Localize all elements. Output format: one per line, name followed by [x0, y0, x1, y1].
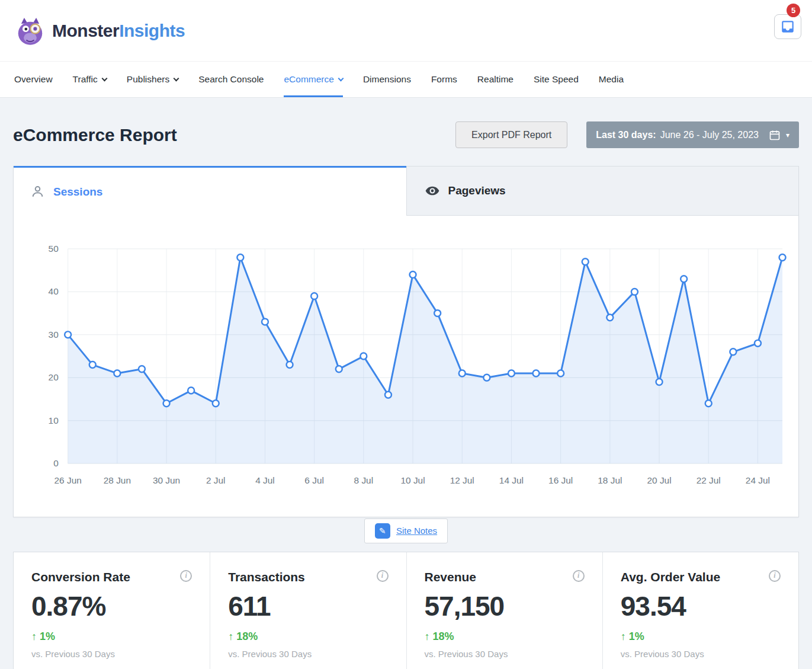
- brand: MonsterInsights: [14, 15, 185, 47]
- stat-change-value: 1%: [40, 630, 55, 643]
- svg-text:4 Jul: 4 Jul: [255, 475, 275, 485]
- tab-sessions[interactable]: Sessions: [14, 166, 406, 216]
- person-icon: [30, 184, 45, 199]
- tab-pageviews-label: Pageviews: [448, 184, 506, 197]
- stat-value: 611: [228, 590, 388, 622]
- svg-text:10: 10: [49, 415, 59, 425]
- main-nav: Overview Traffic Publishers Search Conso…: [0, 62, 812, 98]
- stat-change-value: 18%: [433, 630, 454, 643]
- stat-card-conversion-rate: Conversion Rate i 0.87% ↑ 1% vs. Previou…: [14, 552, 210, 669]
- sessions-line-chart[interactable]: 26 Jun28 Jun30 Jun2 Jul4 Jul6 Jul8 Jul10…: [21, 239, 790, 506]
- svg-text:40: 40: [49, 286, 59, 296]
- app-header: MonsterInsights 5: [0, 0, 812, 62]
- site-notes-label: Site Notes: [396, 526, 437, 536]
- nav-item-publishers[interactable]: Publishers: [127, 62, 178, 97]
- notifications-button[interactable]: [774, 14, 801, 39]
- stat-change: ↑ 1%: [621, 630, 781, 643]
- stat-comparison: vs. Previous 30 Days: [31, 649, 192, 659]
- content: eCommerce Report Export PDF Report Last …: [0, 98, 812, 669]
- stat-change-value: 18%: [236, 630, 258, 643]
- nav-item-realtime[interactable]: Realtime: [477, 62, 513, 97]
- svg-text:18 Jul: 18 Jul: [598, 475, 622, 485]
- date-range-value: June 26 - July 25, 2023: [660, 130, 759, 140]
- stat-card-transactions: Transactions i 611 ↑ 18% vs. Previous 30…: [210, 552, 406, 669]
- chart-tab-bar: Sessions Pageviews: [14, 166, 798, 216]
- date-range-label: Last 30 days:: [596, 130, 656, 140]
- monsterinsights-logo: [14, 15, 46, 47]
- svg-text:0: 0: [53, 458, 59, 468]
- stat-title: Revenue: [425, 570, 477, 584]
- svg-text:16 Jul: 16 Jul: [548, 475, 573, 485]
- stat-card-revenue: Revenue i 57,150 ↑ 18% vs. Previous 30 D…: [406, 552, 602, 669]
- up-arrow-icon: ↑: [425, 630, 430, 643]
- stat-comparison: vs. Previous 30 Days: [425, 649, 585, 659]
- nav-item-media[interactable]: Media: [599, 62, 624, 97]
- nav-item-dimensions[interactable]: Dimensions: [363, 62, 411, 97]
- chevron-down-icon: [338, 75, 344, 81]
- info-icon[interactable]: i: [769, 570, 781, 582]
- stat-card-avg-order-value: Avg. Order Value i 93.54 ↑ 1% vs. Previo…: [602, 552, 798, 669]
- stat-value: 57,150: [425, 590, 585, 622]
- info-icon[interactable]: i: [573, 570, 585, 582]
- stat-comparison: vs. Previous 30 Days: [621, 649, 781, 659]
- svg-text:20 Jul: 20 Jul: [647, 475, 671, 485]
- site-notes-button[interactable]: ✎ Site Notes: [364, 518, 448, 543]
- svg-text:30: 30: [49, 329, 59, 340]
- caret-down-icon: ▾: [786, 131, 789, 139]
- stats-panel: Conversion Rate i 0.87% ↑ 1% vs. Previou…: [13, 552, 799, 669]
- stat-change-value: 1%: [629, 630, 644, 643]
- inbox-icon: [780, 19, 795, 34]
- tab-pageviews[interactable]: Pageviews: [406, 166, 799, 216]
- up-arrow-icon: ↑: [228, 630, 233, 643]
- eye-icon: [425, 183, 440, 199]
- svg-text:22 Jul: 22 Jul: [697, 475, 721, 485]
- nav-item-forms[interactable]: Forms: [431, 62, 457, 97]
- svg-text:20: 20: [49, 372, 59, 382]
- svg-text:10 Jul: 10 Jul: [400, 475, 425, 485]
- stat-title: Transactions: [228, 570, 305, 584]
- stat-change: ↑ 18%: [228, 630, 388, 643]
- calendar-icon: [769, 129, 781, 141]
- nav-item-ecommerce[interactable]: eCommerce: [284, 62, 342, 97]
- stat-title: Conversion Rate: [31, 570, 130, 584]
- svg-text:28 Jun: 28 Jun: [104, 475, 131, 485]
- nav-item-overview[interactable]: Overview: [14, 62, 53, 97]
- chevron-down-icon: [174, 75, 179, 81]
- svg-text:6 Jul: 6 Jul: [304, 475, 324, 485]
- stat-title: Avg. Order Value: [621, 570, 720, 584]
- svg-text:2 Jul: 2 Jul: [206, 475, 226, 485]
- chevron-down-icon: [101, 75, 107, 81]
- chart-area: 26 Jun28 Jun30 Jun2 Jul4 Jul6 Jul8 Jul10…: [14, 216, 798, 517]
- nav-item-traffic[interactable]: Traffic: [73, 62, 107, 97]
- svg-text:12 Jul: 12 Jul: [450, 475, 474, 485]
- svg-text:14 Jul: 14 Jul: [499, 475, 524, 485]
- nav-item-site-speed[interactable]: Site Speed: [534, 62, 579, 97]
- svg-text:26 Jun: 26 Jun: [54, 475, 82, 485]
- stat-value: 0.87%: [31, 590, 192, 622]
- sessions-chart-panel: Sessions Pageviews 26 Jun28 Jun30 Jun2 J…: [13, 166, 799, 517]
- svg-text:24 Jul: 24 Jul: [746, 475, 770, 485]
- info-icon[interactable]: i: [180, 570, 192, 582]
- site-notes-row: ✎ Site Notes: [13, 518, 799, 543]
- stat-change: ↑ 18%: [425, 630, 585, 643]
- stat-change: ↑ 1%: [31, 630, 192, 643]
- up-arrow-icon: ↑: [31, 630, 37, 643]
- info-icon[interactable]: i: [377, 570, 389, 582]
- title-row: eCommerce Report Export PDF Report Last …: [13, 121, 799, 148]
- svg-text:8 Jul: 8 Jul: [354, 475, 374, 485]
- brand-name: MonsterInsights: [52, 21, 185, 41]
- stat-value: 93.54: [621, 590, 781, 622]
- svg-text:30 Jun: 30 Jun: [153, 475, 180, 485]
- svg-text:50: 50: [49, 244, 59, 254]
- notification-badge: 5: [787, 4, 800, 17]
- page-title: eCommerce Report: [13, 125, 455, 145]
- date-range-picker[interactable]: Last 30 days: June 26 - July 25, 2023 ▾: [586, 121, 799, 148]
- up-arrow-icon: ↑: [621, 630, 626, 643]
- stat-comparison: vs. Previous 30 Days: [228, 649, 388, 659]
- note-pencil-icon: ✎: [375, 523, 390, 539]
- export-pdf-button[interactable]: Export PDF Report: [455, 121, 567, 148]
- tab-sessions-label: Sessions: [53, 185, 102, 199]
- nav-item-search-console[interactable]: Search Console: [198, 62, 264, 97]
